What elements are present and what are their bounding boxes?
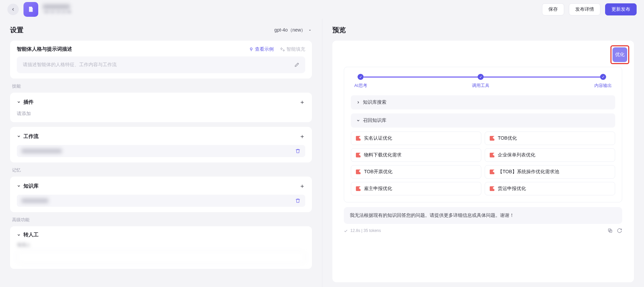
- kb-result-item[interactable]: 实名认证优化: [351, 132, 481, 145]
- add-plugin-button[interactable]: ＋: [299, 98, 305, 106]
- save-button[interactable]: 保存: [542, 3, 564, 15]
- kb-result-item[interactable]: TOB优化: [485, 132, 615, 145]
- update-publish-button[interactable]: 更新发布: [605, 3, 637, 15]
- chevron-down-icon: [17, 233, 21, 237]
- reply-meta: 12.8s | 35 tokens: [344, 228, 381, 233]
- doc-icon: [356, 170, 361, 174]
- chevron-down-icon: [308, 28, 312, 32]
- kb-item[interactable]: [17, 195, 305, 207]
- add-workflow-button[interactable]: ＋: [299, 132, 305, 140]
- refresh-button[interactable]: [617, 228, 622, 233]
- magic-icon: [280, 47, 285, 52]
- human-sublabel: 联系人: [17, 242, 305, 248]
- auto-fill-link[interactable]: 智能填充: [280, 46, 305, 52]
- delete-workflow-icon[interactable]: [295, 148, 301, 154]
- app-logo-icon: [23, 2, 38, 17]
- view-example-link[interactable]: 查看示例: [249, 46, 274, 52]
- settings-title: 设置: [10, 26, 23, 35]
- plugin-toggle[interactable]: 插件: [17, 99, 34, 105]
- edit-icon[interactable]: [294, 62, 299, 67]
- step-tool-call: ✓ 调用工具: [472, 74, 489, 89]
- preview-title: 预览: [332, 26, 346, 35]
- chevron-down-icon: [17, 134, 21, 138]
- app-subtitle: -06-16 15:10:46: [43, 10, 71, 14]
- memory-section-label: 记忆: [12, 167, 310, 173]
- optimize-button[interactable]: 优化: [612, 47, 627, 62]
- model-label: gpt-4o（new）: [274, 27, 306, 33]
- chevron-down-icon: [17, 184, 21, 188]
- publish-detail-button[interactable]: 发布详情: [569, 3, 600, 15]
- workflow-item[interactable]: [17, 145, 305, 157]
- chevron-down-icon: [356, 118, 360, 123]
- doc-icon: [490, 170, 494, 174]
- step-ai-think: ✓ AI思考: [354, 74, 367, 89]
- human-toggle[interactable]: 转人工: [17, 232, 39, 238]
- doc-icon: [356, 153, 361, 157]
- skill-section-label: 技能: [12, 83, 310, 89]
- copy-button[interactable]: [607, 228, 613, 233]
- advanced-section-label: 高级功能: [12, 217, 310, 223]
- chevron-down-icon: [17, 100, 21, 104]
- check-icon: [344, 229, 348, 233]
- app-title: [43, 4, 71, 9]
- doc-icon: [356, 186, 361, 191]
- lightbulb-icon: [249, 47, 254, 52]
- add-kb-button[interactable]: ＋: [299, 182, 305, 190]
- human-input[interactable]: [17, 251, 305, 264]
- kb-toggle[interactable]: 知识库: [17, 183, 39, 189]
- kb-result-item[interactable]: 【TOB】系统操作优化需求池: [485, 165, 615, 179]
- kb-search-row[interactable]: 知识库搜索: [351, 95, 615, 109]
- kb-result-item[interactable]: TOB开票优化: [351, 165, 481, 179]
- doc-icon: [490, 136, 494, 141]
- kb-result-item[interactable]: 货运申报优化: [485, 182, 615, 195]
- model-select[interactable]: gpt-4o（new）: [274, 27, 312, 33]
- doc-icon: [490, 186, 494, 191]
- kb-result-item[interactable]: 企业保单列表优化: [485, 148, 615, 162]
- doc-icon: [356, 136, 361, 141]
- kb-result-item[interactable]: 物料下载优化需求: [351, 148, 481, 162]
- persona-input[interactable]: 请描述智能体的人格特征、工作内容与工作流: [17, 56, 305, 73]
- workflow-toggle[interactable]: 工作流: [17, 133, 39, 140]
- plugin-empty: 请添加: [17, 111, 305, 117]
- step-output: ✓ 内容输出: [594, 74, 612, 89]
- chevron-right-icon: [356, 100, 360, 104]
- persona-placeholder: 请描述智能体的人格特征、工作内容与工作流: [23, 62, 117, 68]
- kb-recall-row[interactable]: 召回知识库: [351, 113, 615, 128]
- persona-title: 智能体人格与提示词描述: [17, 46, 72, 52]
- kb-result-item[interactable]: 雇主申报优化: [351, 182, 481, 195]
- reply-text: 我无法根据现有的知识回答您的问题。请提供更多详细信息或具体问题。谢谢！: [344, 207, 622, 224]
- back-button[interactable]: [7, 4, 19, 15]
- delete-kb-icon[interactable]: [295, 198, 301, 203]
- svg-point-0: [250, 48, 252, 50]
- doc-icon: [490, 153, 494, 157]
- highlight-frame: 优化: [610, 45, 629, 64]
